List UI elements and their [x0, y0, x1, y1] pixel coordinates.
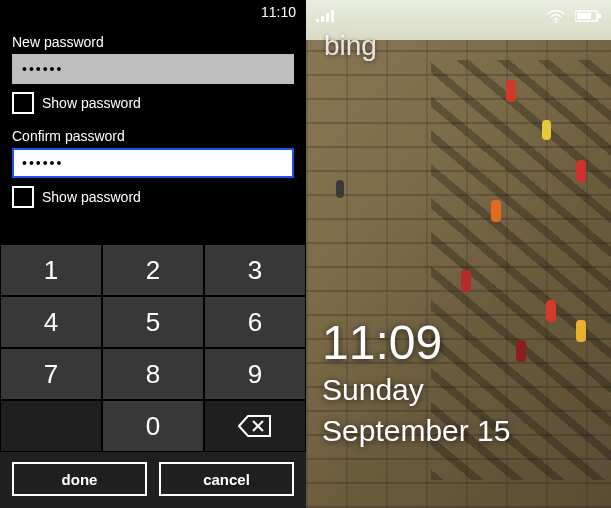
signal-icon	[316, 10, 334, 22]
show-password-label: Show password	[42, 189, 141, 205]
lock-info: 11:09 Sunday September 15	[322, 319, 510, 448]
lock-date: September 15	[322, 414, 510, 449]
numeric-keypad: 1 2 3 4 5 6 7 8 9 0	[0, 244, 306, 508]
keypad-6[interactable]: 6	[204, 296, 306, 348]
lock-day: Sunday	[322, 373, 510, 408]
svg-point-4	[555, 21, 557, 23]
lock-clock: 11:09	[322, 319, 510, 367]
confirm-password-input[interactable]: ••••••	[12, 148, 294, 178]
confirm-password-value: ••••••	[22, 155, 63, 171]
keypad-1[interactable]: 1	[0, 244, 102, 296]
keypad-backspace[interactable]	[204, 400, 306, 452]
done-button[interactable]: done	[12, 462, 147, 496]
bing-logo: bing	[324, 30, 377, 62]
svg-rect-1	[321, 16, 324, 22]
new-password-label: New password	[12, 34, 294, 50]
keypad-9[interactable]: 9	[204, 348, 306, 400]
new-password-value: ••••••	[22, 61, 63, 77]
show-password-row-1[interactable]: Show password	[12, 92, 294, 114]
svg-rect-7	[598, 14, 601, 18]
password-setup-screen: 11:10 New password •••••• Show password …	[0, 0, 306, 508]
wifi-icon	[547, 10, 565, 23]
new-password-input[interactable]: ••••••	[12, 54, 294, 84]
svg-rect-3	[331, 10, 334, 22]
svg-rect-6	[577, 13, 591, 19]
keypad-2[interactable]: 2	[102, 244, 204, 296]
lock-screen[interactable]: bing 11:09 Sunday September 15	[306, 0, 611, 508]
backspace-icon	[238, 415, 272, 437]
svg-rect-2	[326, 13, 329, 22]
confirm-password-label: Confirm password	[12, 128, 294, 144]
keypad-3[interactable]: 3	[204, 244, 306, 296]
show-password-row-2[interactable]: Show password	[12, 186, 294, 208]
keypad-8[interactable]: 8	[102, 348, 204, 400]
keypad-4[interactable]: 4	[0, 296, 102, 348]
status-bar	[306, 0, 611, 28]
status-clock: 11:10	[261, 4, 296, 20]
keypad-5[interactable]: 5	[102, 296, 204, 348]
svg-rect-0	[316, 19, 319, 22]
password-form: New password •••••• Show password Confir…	[0, 24, 306, 208]
keypad-blank	[0, 400, 102, 452]
keypad-0[interactable]: 0	[102, 400, 204, 452]
battery-icon	[575, 10, 601, 22]
keypad-7[interactable]: 7	[0, 348, 102, 400]
status-bar: 11:10	[0, 0, 306, 24]
checkbox-icon[interactable]	[12, 186, 34, 208]
checkbox-icon[interactable]	[12, 92, 34, 114]
cancel-button[interactable]: cancel	[159, 462, 294, 496]
show-password-label: Show password	[42, 95, 141, 111]
